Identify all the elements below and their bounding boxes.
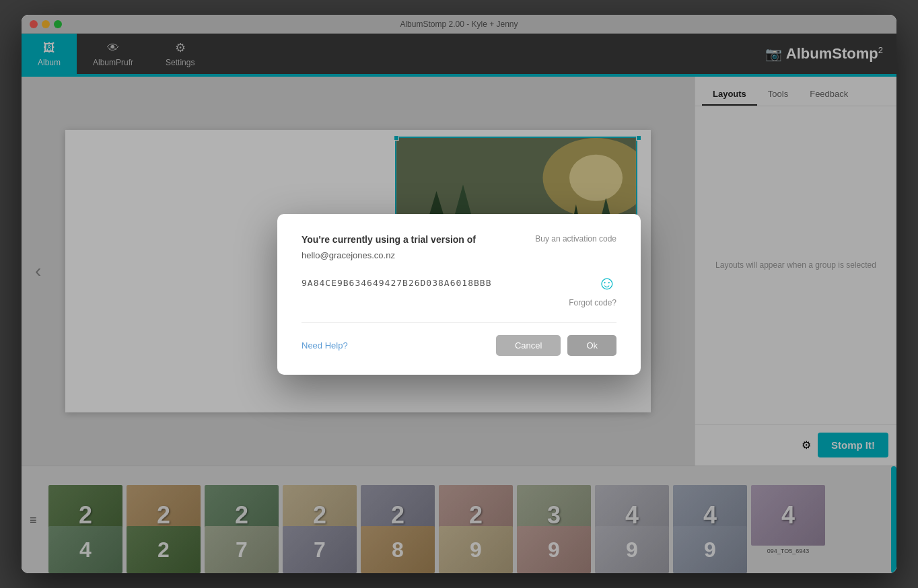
cancel-button[interactable]: Cancel: [496, 335, 561, 356]
dialog-header: You're currently using a trial version o…: [302, 234, 616, 245]
modal-backdrop: You're currently using a trial version o…: [22, 15, 896, 573]
dialog-footer: Need Help? Cancel Ok: [302, 335, 616, 356]
smiley-icon: ☺: [597, 272, 616, 294]
activation-code-input[interactable]: [302, 278, 557, 288]
dialog-code-row: ☺: [302, 272, 616, 294]
activation-dialog: You're currently using a trial version o…: [277, 214, 641, 375]
ok-button[interactable]: Ok: [567, 335, 616, 356]
dialog-buttons: Cancel Ok: [496, 335, 616, 356]
need-help-link[interactable]: Need Help?: [302, 340, 348, 351]
dialog-divider: [302, 322, 616, 323]
dialog-email: hello@gracejones.co.nz: [302, 250, 616, 260]
forgot-code-link[interactable]: Forgot code?: [302, 298, 616, 307]
buy-activation-link[interactable]: Buy an activation code: [535, 234, 616, 244]
app-window: AlbumStomp 2.00 - Kyle + Jenny 🖼 Album 👁…: [22, 15, 896, 573]
dialog-title: You're currently using a trial version o…: [302, 234, 476, 245]
